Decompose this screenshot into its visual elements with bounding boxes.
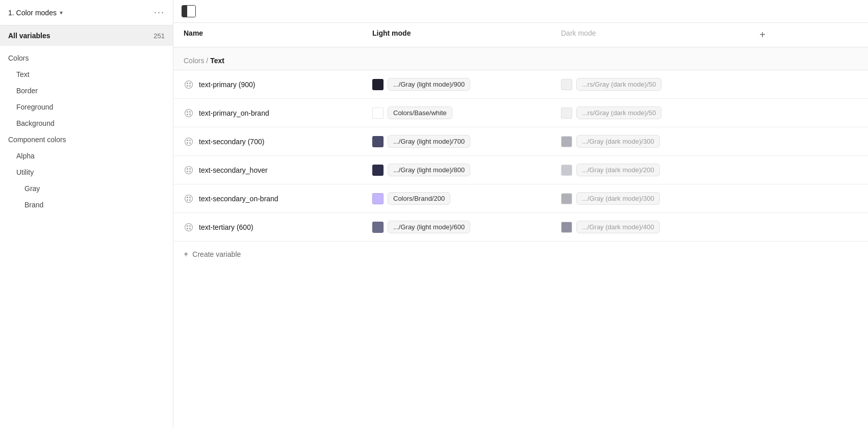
svg-point-0 [185,81,193,88]
svg-point-18 [187,171,188,172]
svg-point-9 [190,114,191,115]
svg-point-14 [190,142,191,143]
cell-name: text-primary (900) [184,79,372,90]
sidebar-item-component-colors[interactable]: Component colors [0,131,173,148]
chevron-down-icon: ▾ [60,9,63,16]
dark-color-swatch[interactable] [561,222,572,233]
dark-color-swatch[interactable] [561,108,572,119]
main-content: Name Light mode Dark mode + Colors / Tex… [173,0,868,428]
svg-point-26 [187,225,188,226]
dark-value-pill[interactable]: .../Gray (dark mode)/200 [576,164,660,176]
palette-icon [184,165,194,175]
svg-point-10 [185,138,193,145]
light-value-pill[interactable]: Colors/Base/white [388,106,452,119]
variable-name: text-primary_on-brand [199,109,269,117]
section-breadcrumb: Colors / Text [173,47,868,70]
plus-icon: + [184,250,188,259]
sidebar-item-background[interactable]: Background [0,115,173,131]
svg-point-1 [187,83,188,84]
sidebar-all-variables[interactable]: All variables 251 [0,25,173,46]
panel-left [182,6,187,17]
light-value-pill[interactable]: .../Gray (light mode)/900 [388,78,470,91]
dark-value-pill[interactable]: ...rs/Gray (dark mode)/50 [576,78,661,91]
cell-light-value: .../Gray (light mode)/900 [372,78,561,91]
svg-point-8 [187,114,188,115]
create-variable-button[interactable]: + Create variable [173,242,868,267]
dark-color-swatch[interactable] [561,193,572,204]
dark-value-pill[interactable]: .../Gray (dark mode)/400 [576,221,660,233]
cell-name: text-primary_on-brand [184,108,372,118]
add-column-button[interactable]: + [750,29,775,41]
light-color-swatch[interactable] [372,222,384,233]
svg-point-22 [190,197,191,198]
cell-name: text-secondary_on-brand [184,194,372,204]
light-color-swatch[interactable] [372,136,384,147]
cell-dark-value: ...rs/Gray (dark mode)/50 [561,106,750,119]
cell-dark-value: .../Gray (dark mode)/300 [561,135,750,148]
dark-color-swatch[interactable] [561,165,572,176]
toolbar [173,0,868,23]
cell-dark-value: .../Gray (dark mode)/200 [561,164,750,176]
dark-value-pill[interactable]: ...rs/Gray (dark mode)/50 [576,106,661,119]
light-value-pill[interactable]: .../Gray (light mode)/800 [388,164,470,176]
table-row[interactable]: text-tertiary (600).../Gray (light mode)… [173,213,868,242]
breadcrumb-prefix: Colors / [184,57,210,65]
svg-point-4 [190,85,191,86]
light-value-pill[interactable]: .../Gray (light mode)/600 [388,221,470,233]
breadcrumb-section: Text [210,57,224,65]
all-variables-count: 251 [154,32,165,40]
sidebar-item-border[interactable]: Border [0,83,173,99]
all-variables-label: All variables [8,32,50,40]
svg-point-17 [190,168,191,169]
dark-color-swatch[interactable] [561,136,572,147]
svg-point-24 [190,199,191,200]
cell-dark-value: .../Gray (dark mode)/400 [561,221,750,233]
cell-light-value: .../Gray (light mode)/600 [372,221,561,233]
sidebar-item-alpha[interactable]: Alpha [0,148,173,164]
table-row[interactable]: text-secondary_hover.../Gray (light mode… [173,156,868,184]
light-value-pill[interactable]: .../Gray (light mode)/700 [388,135,470,148]
sidebar-item-text[interactable]: Text [0,66,173,83]
sidebar-title-text: 1. Color modes [8,9,57,17]
table-row[interactable]: text-primary_on-brandColors/Base/white..… [173,99,868,127]
svg-point-2 [190,83,191,84]
cell-dark-value: .../Gray (dark mode)/300 [561,192,750,205]
cell-name: text-secondary (700) [184,137,372,147]
variable-name: text-secondary_hover [199,166,268,174]
sidebar-item-gray[interactable]: Gray [0,180,173,197]
sidebar-categories: ColorsTextBorderForegroundBackgroundComp… [0,46,173,217]
table-row[interactable]: text-secondary (700).../Gray (light mode… [173,127,868,156]
sidebar-item-colors[interactable]: Colors [0,50,173,66]
sidebar: 1. Color modes ▾ ··· All variables 251 C… [0,0,173,428]
light-color-swatch[interactable] [372,79,384,90]
panel-layout-icon[interactable] [182,5,196,17]
svg-point-25 [185,223,193,231]
create-variable-label: Create variable [192,250,241,258]
svg-point-5 [185,109,193,117]
light-value-pill[interactable]: Colors/Brand/200 [388,192,450,205]
dark-value-pill[interactable]: .../Gray (dark mode)/300 [576,135,660,148]
palette-icon [184,108,194,118]
cell-light-value: Colors/Base/white [372,106,561,119]
sidebar-item-utility[interactable]: Utility [0,164,173,180]
cell-name: text-secondary_hover [184,165,372,175]
dark-value-pill[interactable]: .../Gray (dark mode)/300 [576,192,660,205]
svg-point-16 [187,168,188,169]
sidebar-title-group[interactable]: 1. Color modes ▾ [8,9,63,17]
light-color-swatch[interactable] [372,165,384,176]
table-row[interactable]: text-secondary_on-brandColors/Brand/200.… [173,184,868,213]
more-options-icon[interactable]: ··· [154,7,165,18]
palette-icon [184,79,194,90]
table-row[interactable]: text-primary (900).../Gray (light mode)/… [173,70,868,99]
light-color-swatch[interactable] [372,108,384,119]
dark-color-swatch[interactable] [561,79,572,90]
variable-name: text-primary (900) [199,81,255,89]
light-color-swatch[interactable] [372,193,384,204]
cell-light-value: Colors/Brand/200 [372,192,561,205]
sidebar-item-brand[interactable]: Brand [0,197,173,213]
sidebar-item-foreground[interactable]: Foreground [0,99,173,115]
table-body: Colors / Text text-primary (900).../Gray… [173,47,868,428]
svg-point-13 [187,142,188,143]
header-light-mode: Light mode [372,29,561,41]
palette-icon [184,194,194,204]
